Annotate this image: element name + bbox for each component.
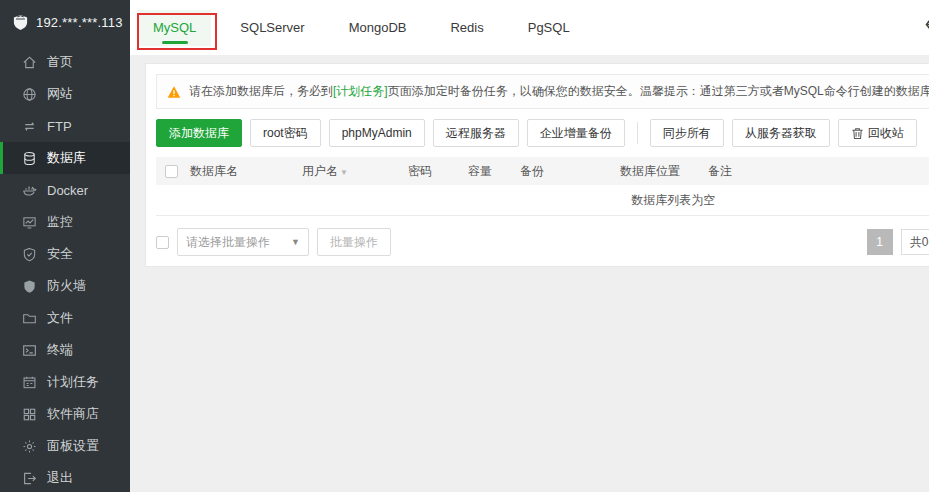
sidebar-item-label: 计划任务 [47, 373, 99, 391]
get-from-server-button[interactable]: 从服务器获取 [732, 119, 830, 147]
globe-icon [22, 87, 37, 102]
add-database-button[interactable]: 添加数据库 [156, 119, 242, 147]
column-header-2[interactable]: 密码 [404, 163, 464, 180]
table-header-row: 数据库名用户名▼密码容量备份数据库位置备注操作 [156, 157, 929, 185]
pro-badge[interactable]: 企业版 [925, 16, 929, 39]
trash-icon [851, 127, 864, 140]
terminal-icon [22, 343, 37, 358]
sidebar-item-label: 文件 [47, 309, 73, 327]
sidebar-item-label: 网站 [47, 85, 73, 103]
sidebar-item-security[interactable]: 安全 [0, 238, 130, 270]
calendar-icon [22, 375, 37, 390]
sidebar-item-cron[interactable]: 计划任务 [0, 366, 130, 398]
main-area: MySQLSQLServerMongoDBRedisPgSQL 企业版 7.9.… [130, 0, 929, 492]
root-password-button[interactable]: root密码 [250, 119, 321, 147]
sidebar-item-label: FTP [47, 119, 72, 134]
tab-mongodb[interactable]: MongoDB [334, 10, 422, 46]
sidebar-nav: 首页网站FTP数据库Docker监控安全防火墙文件终端计划任务软件商店面板设置退… [0, 44, 130, 492]
sidebar-item-label: Docker [47, 183, 88, 198]
sidebar-item-terminal[interactable]: 终端 [0, 334, 130, 366]
chevron-down-icon: ▼ [291, 237, 300, 247]
tab-pgsql[interactable]: PgSQL [513, 10, 585, 46]
sidebar-item-monitor[interactable]: 监控 [0, 206, 130, 238]
sidebar-item-settings[interactable]: 面板设置 [0, 430, 130, 462]
sidebar: 192.***.***.113 0 首页网站FTP数据库Docker监控安全防火… [0, 0, 130, 492]
toolbar: 添加数据库 root密码 phpMyAdmin 远程服务器 企业增量备份 同步所… [156, 119, 929, 147]
sidebar-item-label: 监控 [47, 213, 73, 231]
database-card: 请在添加数据库后，务必到[计划任务]页面添加定时备份任务，以确保您的数据安全。温… [145, 63, 929, 267]
logout-icon [22, 471, 37, 486]
header-checkbox-cell [156, 165, 186, 178]
pagination: 1 共0条 20条/页 ∨ 跳转到 1 ▲▼ 页 [867, 229, 929, 255]
monitor-icon [22, 215, 37, 230]
sidebar-item-database[interactable]: 数据库 [0, 142, 130, 174]
sidebar-item-label: 面板设置 [47, 437, 99, 455]
shield-check-icon [22, 247, 37, 262]
tab-mysql[interactable]: MySQL [138, 10, 211, 46]
warning-triangle-icon [167, 85, 181, 99]
recycle-bin-button[interactable]: 回收站 [838, 119, 917, 147]
total-count: 共0条 [901, 229, 929, 255]
database-icon [22, 151, 37, 166]
header-select-checkbox[interactable] [165, 165, 178, 178]
sidebar-item-website[interactable]: 网站 [0, 78, 130, 110]
sidebar-item-label: 首页 [47, 53, 73, 71]
gear-icon [22, 439, 37, 454]
enterprise-backup-button[interactable]: 企业增量备份 [527, 119, 625, 147]
ftp-icon [22, 119, 37, 134]
sidebar-item-files[interactable]: 文件 [0, 302, 130, 334]
sync-all-button[interactable]: 同步所有 [650, 119, 724, 147]
sidebar-item-label: 数据库 [47, 149, 86, 167]
diamond-icon [925, 17, 929, 39]
sidebar-item-docker[interactable]: Docker [0, 174, 130, 206]
alert-text: 请在添加数据库后，务必到[计划任务]页面添加定时备份任务，以确保您的数据安全。温… [189, 83, 929, 100]
sidebar-header: 192.***.***.113 0 [0, 0, 130, 44]
top-tab-bar: MySQLSQLServerMongoDBRedisPgSQL 企业版 7.9.… [130, 0, 929, 55]
table-empty-message: 数据库列表为空 [156, 185, 929, 215]
panel-logo-shield-icon [12, 14, 29, 31]
sidebar-item-firewall[interactable]: 防火墙 [0, 270, 130, 302]
server-ip: 192.***.***.113 [36, 15, 123, 30]
toolbar-divider [637, 122, 638, 144]
sidebar-item-label: 终端 [47, 341, 73, 359]
sidebar-item-logout[interactable]: 退出 [0, 462, 130, 492]
sidebar-item-label: 防火墙 [47, 277, 86, 295]
batch-controls: 请选择批量操作 ▼ 批量操作 [156, 228, 391, 256]
folder-icon [22, 311, 37, 326]
home-icon [22, 55, 37, 70]
tab-redis[interactable]: Redis [435, 10, 498, 46]
column-header-1[interactable]: 用户名▼ [298, 163, 404, 180]
page-number-button[interactable]: 1 [867, 229, 893, 255]
sidebar-item-appstore[interactable]: 软件商店 [0, 398, 130, 430]
cron-page-link[interactable]: [计划任务] [333, 84, 388, 98]
tab-sqlserver[interactable]: SQLServer [225, 10, 319, 46]
firewall-icon [22, 279, 37, 294]
sidebar-item-home[interactable]: 首页 [0, 46, 130, 78]
column-header-3[interactable]: 容量 [464, 163, 516, 180]
phpmyadmin-button[interactable]: phpMyAdmin [329, 119, 425, 147]
content-area: 请在添加数据库后，务必到[计划任务]页面添加定时备份任务，以确保您的数据安全。温… [130, 55, 929, 492]
select-all-checkbox[interactable] [156, 236, 169, 249]
license-info: 企业版 7.9.81 到期时间：2023-03-12 续费 [925, 16, 929, 39]
sidebar-item-label: 软件商店 [47, 405, 99, 423]
backup-warning-alert: 请在添加数据库后，务必到[计划任务]页面添加定时备份任务，以确保您的数据安全。温… [156, 74, 929, 109]
table-footer: 请选择批量操作 ▼ 批量操作 1 共0条 20条/页 ∨ 跳转到 [156, 228, 929, 256]
batch-action-select[interactable]: 请选择批量操作 ▼ [177, 228, 309, 256]
docker-icon [22, 183, 37, 198]
sidebar-item-ftp[interactable]: FTP [0, 110, 130, 142]
sort-caret-icon[interactable]: ▼ [340, 168, 348, 177]
column-header-0[interactable]: 数据库名 [186, 163, 298, 180]
sidebar-item-label: 退出 [47, 469, 73, 487]
batch-apply-button[interactable]: 批量操作 [317, 228, 391, 256]
column-header-6[interactable]: 备注 [704, 163, 929, 180]
db-type-tabs: MySQLSQLServerMongoDBRedisPgSQL [138, 0, 599, 55]
database-table: 数据库名用户名▼密码容量备份数据库位置备注操作 数据库列表为空 [156, 157, 929, 216]
column-header-4[interactable]: 备份 [516, 163, 616, 180]
grid-icon [22, 407, 37, 422]
bt-panel-app: 192.***.***.113 0 首页网站FTP数据库Docker监控安全防火… [0, 0, 929, 492]
remote-server-button[interactable]: 远程服务器 [433, 119, 519, 147]
column-header-5[interactable]: 数据库位置 [616, 163, 704, 180]
sidebar-item-label: 安全 [47, 245, 73, 263]
